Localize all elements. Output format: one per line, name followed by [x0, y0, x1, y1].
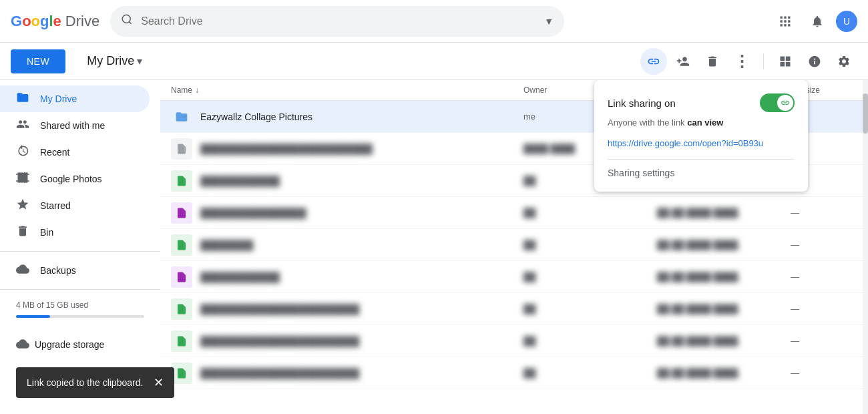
google-drive-logo[interactable]: Google Drive: [11, 13, 99, 30]
link-sharing-toggle[interactable]: [760, 93, 795, 112]
file-size: —: [791, 304, 857, 314]
file-modified: ██ ██ ████ ████: [657, 336, 791, 346]
google-logo-text: Google: [11, 13, 61, 30]
toast-message: Link copied to the clipboard.: [27, 377, 143, 388]
file-owner: ██: [523, 272, 657, 282]
new-button[interactable]: NEW: [11, 49, 65, 73]
grid-view-button[interactable]: [772, 48, 799, 75]
file-name-cell: ████████████: [171, 266, 523, 288]
header-right-actions: U: [772, 8, 857, 35]
file-owner: ██: [523, 336, 657, 346]
file-size: —: [791, 208, 857, 218]
storage-bar-fill: [16, 315, 50, 318]
popup-link-row: Link sharing on: [608, 93, 795, 112]
info-button[interactable]: [801, 48, 828, 75]
sidebar-item-my-drive[interactable]: My Drive: [0, 85, 150, 112]
popup-can-view-strong: can view: [687, 118, 723, 128]
storage-section: 4 MB of 15 GB used: [0, 295, 160, 331]
table-row[interactable]: ████████████████████████ ██ ██ ██ ████ █…: [160, 357, 868, 389]
svg-rect-4: [788, 16, 790, 18]
file-size: —: [791, 368, 857, 378]
sidebar-item-shared-with-me[interactable]: Shared with me: [0, 112, 150, 139]
shared-with-me-icon: [16, 118, 29, 134]
file-name: ████████████: [200, 272, 280, 282]
more-options-button[interactable]: ⋮: [728, 48, 755, 75]
file-icon: [171, 170, 192, 192]
backups-icon: [16, 262, 29, 279]
file-name-cell: ██████████████████████████: [171, 138, 523, 160]
search-icon: [121, 13, 133, 29]
file-modified: ██ ██ ████ ████: [657, 368, 791, 378]
toast-notification: Link copied to the clipboard. ✕: [16, 367, 174, 398]
search-bar[interactable]: ▼: [110, 6, 564, 37]
avatar[interactable]: U: [836, 11, 857, 32]
upgrade-storage-label: Upgrade storage: [35, 339, 104, 350]
file-name-cell: ████████████████████████: [171, 298, 523, 320]
sidebar-label-bin: Bin: [40, 227, 53, 238]
sidebar-label-shared-with-me: Shared with me: [40, 120, 105, 131]
svg-rect-5: [781, 20, 783, 22]
settings-button[interactable]: [831, 48, 857, 75]
drive-logo-label: Drive: [65, 13, 99, 30]
toolbar-actions: ⋮: [640, 48, 857, 75]
popup-divider: [608, 159, 795, 160]
file-icon: [171, 138, 192, 160]
table-row[interactable]: ████████████████████████ ██ ██ ██ ████ █…: [160, 293, 868, 325]
google-photos-icon: [16, 171, 29, 188]
apps-grid-button[interactable]: [772, 8, 799, 35]
svg-rect-10: [788, 24, 790, 26]
svg-rect-14: [786, 61, 791, 66]
bin-icon: [16, 224, 29, 241]
sidebar-item-backups[interactable]: Backups: [0, 257, 150, 284]
add-person-button[interactable]: [670, 48, 696, 75]
svg-rect-7: [788, 20, 790, 22]
popup-can-view-text: Anyone with the link can view: [608, 118, 795, 128]
file-owner: ██: [523, 240, 657, 250]
notifications-button[interactable]: [804, 8, 831, 35]
storage-text: 4 MB of 15 GB used: [16, 300, 144, 310]
table-row[interactable]: ████████████████████████ ██ ██ ██ ████ █…: [160, 325, 868, 357]
sidebar-label-my-drive: My Drive: [40, 93, 77, 104]
popup-url[interactable]: https://drive.google.com/open?id=0B93u: [608, 138, 795, 148]
table-row[interactable]: ████████ ██ ██ ██ ████ ████ —: [160, 229, 868, 261]
search-input[interactable]: [141, 15, 536, 27]
delete-button[interactable]: [699, 48, 726, 75]
main-layout: My Drive Shared with me Recent: [0, 80, 868, 414]
svg-rect-3: [784, 16, 786, 18]
sidebar-label-backups: Backups: [40, 265, 76, 276]
svg-rect-8: [781, 24, 783, 26]
file-owner: ██: [523, 208, 657, 218]
file-modified: ██ ██ ████ ████: [657, 208, 791, 218]
sidebar-item-bin[interactable]: Bin: [0, 219, 150, 246]
toast-close-button[interactable]: ✕: [154, 375, 164, 390]
file-size: —: [791, 272, 857, 282]
search-dropdown-icon[interactable]: ▼: [544, 16, 554, 27]
file-modified: ██ ██ ████ ████: [657, 240, 791, 250]
svg-rect-2: [781, 16, 783, 18]
file-name: Eazywallz Collage Pictures: [200, 112, 312, 122]
file-name-cell: ████████████████████████: [171, 363, 523, 384]
drive-title-dropdown-icon[interactable]: ▾: [137, 55, 142, 67]
svg-line-1: [130, 21, 132, 23]
table-row[interactable]: ████████████████ ██ ██ ██ ████ ████ —: [160, 197, 868, 229]
column-name[interactable]: Name ↓: [171, 85, 523, 95]
drive-title-container: My Drive ▾: [87, 54, 142, 68]
file-modified: ██ ██ ████ ████: [657, 272, 791, 282]
scrollbar-thumb[interactable]: [863, 93, 868, 134]
sidebar-item-recent[interactable]: Recent: [0, 139, 150, 166]
my-drive-icon: [16, 91, 29, 108]
scrollbar[interactable]: [863, 80, 868, 414]
sidebar-label-google-photos: Google Photos: [40, 174, 102, 184]
popup-sharing-settings-link[interactable]: Sharing settings: [608, 168, 795, 178]
get-link-button[interactable]: [640, 48, 667, 75]
file-name: ██████████████████████████: [200, 144, 373, 154]
popup-link-title: Link sharing on: [608, 97, 676, 109]
sidebar-item-google-photos[interactable]: Google Photos: [0, 166, 150, 192]
file-modified: ██ ██ ████ ████: [657, 304, 791, 314]
sidebar-item-starred[interactable]: Starred: [0, 192, 150, 219]
sidebar-label-starred: Starred: [40, 200, 71, 211]
table-row[interactable]: ████████████ ██ ██ ██ ████ ████ —: [160, 261, 868, 293]
file-icon: [171, 234, 192, 256]
toggle-knob: [777, 95, 793, 111]
upgrade-storage-button[interactable]: Upgrade storage: [0, 331, 160, 358]
